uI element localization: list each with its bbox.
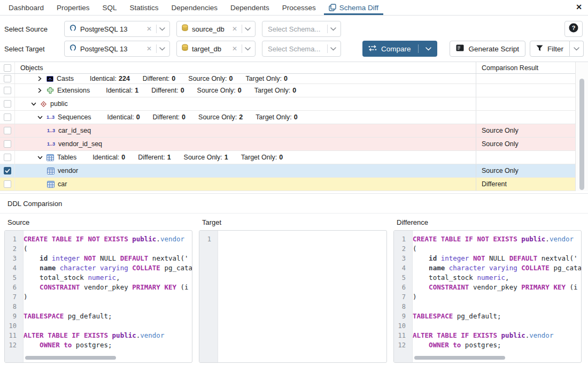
- line-number: 1: [199, 234, 214, 244]
- collapse-icon[interactable]: [31, 102, 36, 107]
- clear-icon[interactable]: ✕: [230, 25, 239, 33]
- source-database-select[interactable]: source_db ✕: [176, 21, 256, 37]
- line-number: 6: [394, 283, 409, 292]
- tab-sql[interactable]: SQL: [96, 0, 123, 15]
- chevron-down-icon[interactable]: [245, 27, 251, 31]
- table-row[interactable]: TablesIdentical:0Different:1Source Only:…: [0, 151, 575, 164]
- compare-button[interactable]: Compare: [362, 41, 437, 57]
- source-schema-placeholder: Select Schema...: [267, 25, 324, 33]
- script-icon: [456, 44, 464, 53]
- tab-dependents[interactable]: Dependents: [224, 0, 276, 15]
- target-database-value: target_db: [189, 45, 230, 53]
- table-row[interactable]: 1..3SequencesIdentical:0Different:0Sourc…: [0, 111, 575, 124]
- select-all-checkbox[interactable]: [4, 64, 11, 72]
- expand-icon[interactable]: [37, 88, 43, 93]
- row-checkbox[interactable]: [4, 180, 11, 188]
- line-number: 11: [5, 331, 20, 340]
- comparison-result-cell: Source Only: [476, 164, 575, 177]
- collapse-icon[interactable]: [37, 155, 43, 160]
- chevron-down-icon[interactable]: [159, 27, 165, 31]
- source-server-select[interactable]: PostgreSQL 13 ✕: [64, 21, 170, 37]
- table-row[interactable]: carDifferent: [0, 178, 575, 191]
- chevron-down-icon[interactable]: [245, 47, 251, 51]
- row-checkbox[interactable]: [4, 154, 11, 161]
- row-checkbox[interactable]: [4, 100, 11, 108]
- line-number: 12: [394, 340, 409, 350]
- tab-statistics[interactable]: Statistics: [123, 0, 165, 15]
- schema-icon: [40, 101, 47, 108]
- table-row[interactable]: 1..3car_id_seqSource Only: [0, 124, 575, 138]
- filter-dropdown-button[interactable]: [570, 41, 584, 57]
- source-horizontal-scrollbar: [25, 356, 188, 360]
- table-row[interactable]: 1..3vendor_id_seqSource Only: [0, 138, 575, 151]
- code-line: 1CREATE TABLE IF NOT EXISTS public.vendo…: [5, 234, 192, 244]
- table-row[interactable]: ExtensionsIdentical:1Different:0Source O…: [0, 84, 575, 97]
- stat-source_only: Source Only:0: [197, 87, 242, 94]
- ddl-source-editor: 1CREATE TABLE IF NOT EXISTS public.vendo…: [4, 230, 192, 363]
- chevron-down-icon[interactable]: [425, 47, 431, 51]
- generate-script-button[interactable]: Generate Script: [450, 41, 525, 57]
- table-row[interactable]: public: [0, 97, 575, 111]
- chevron-down-icon[interactable]: [330, 27, 336, 31]
- target-schema-select[interactable]: Select Schema...: [262, 41, 341, 57]
- postgresql-icon: [69, 44, 77, 54]
- tab-dependencies[interactable]: Dependencies: [165, 0, 224, 15]
- chevron-down-icon[interactable]: [159, 47, 165, 51]
- comparison-result-cell: Different: [476, 178, 575, 191]
- chevron-down-icon[interactable]: [330, 47, 336, 51]
- code-text: ALTER TABLE IF EXISTS public.vendor: [24, 331, 164, 340]
- row-checkbox[interactable]: [4, 113, 11, 121]
- close-icon[interactable]: ✕: [576, 3, 582, 11]
- code-line: 11ALTER TABLE IF EXISTS public.vendor: [394, 331, 581, 340]
- row-checkbox[interactable]: [4, 140, 11, 148]
- table-row[interactable]: vendorSource Only: [0, 164, 575, 178]
- row-checkbox[interactable]: [4, 87, 11, 94]
- target-database-select[interactable]: target_db ✕: [176, 41, 256, 57]
- table-row[interactable]: CastsIdentical:224Different:0Source Only…: [0, 74, 575, 84]
- row-checkbox[interactable]: [4, 75, 11, 82]
- grid-scrollbar-thumb[interactable]: [579, 79, 584, 190]
- line-number: 10: [5, 321, 20, 331]
- sequence-icon: 1..3: [47, 115, 55, 120]
- tab-schema-diff[interactable]: Schema Diff: [322, 0, 385, 15]
- objects-column-header: Objects: [15, 62, 476, 73]
- filter-split-button: Filter: [530, 41, 584, 57]
- comparison-stats: Identical:0Different:0Source Only:2Targe…: [107, 113, 298, 121]
- line-number: 1: [5, 234, 20, 244]
- tab-properties[interactable]: Properties: [50, 0, 96, 15]
- clear-icon[interactable]: ✕: [145, 25, 153, 33]
- source-scrollbar-thumb[interactable]: [25, 356, 116, 360]
- code-text: (: [24, 244, 28, 254]
- row-checkbox[interactable]: [4, 167, 11, 174]
- source-schema-select[interactable]: Select Schema...: [262, 21, 341, 37]
- line-number: 3: [5, 254, 20, 263]
- line-number: 8: [394, 302, 409, 311]
- filter-button[interactable]: Filter: [530, 41, 570, 57]
- filter-button-label: Filter: [547, 45, 563, 53]
- postgresql-icon: [69, 24, 77, 34]
- stat-target_only: Target Only:0: [241, 154, 283, 161]
- ddl-target-editor: 1: [199, 230, 387, 363]
- target-server-select[interactable]: PostgreSQL 13 ✕: [64, 41, 170, 57]
- tab-dashboard[interactable]: Dashboard: [2, 0, 50, 15]
- difference-scrollbar-thumb[interactable]: [414, 356, 505, 360]
- help-button[interactable]: ?: [564, 21, 583, 37]
- code-line: 8: [5, 302, 192, 311]
- clear-icon[interactable]: ✕: [145, 45, 153, 52]
- line-number: 9: [5, 311, 20, 321]
- comparison-result-cell: [476, 151, 575, 164]
- database-icon: [181, 44, 189, 54]
- line-number: 6: [5, 283, 20, 292]
- compare-icon: [368, 45, 377, 53]
- code-line: 4 name character varying COLLATE pg_cata: [5, 263, 192, 273]
- expand-icon[interactable]: [37, 76, 43, 81]
- code-line: 10: [5, 321, 192, 331]
- code-text: CREATE TABLE IF NOT EXISTS public.vendor: [24, 234, 184, 244]
- row-checkbox[interactable]: [4, 127, 11, 134]
- collapse-icon[interactable]: [37, 115, 43, 120]
- tab-processes[interactable]: Processes: [276, 0, 322, 15]
- code-line: 12 OWNER to postgres;: [394, 340, 581, 350]
- code-text: id integer NOT NULL DEFAULT nextval(': [413, 254, 578, 263]
- clear-icon[interactable]: ✕: [230, 45, 239, 52]
- tab-bar: DashboardPropertiesSQLStatisticsDependen…: [0, 0, 588, 16]
